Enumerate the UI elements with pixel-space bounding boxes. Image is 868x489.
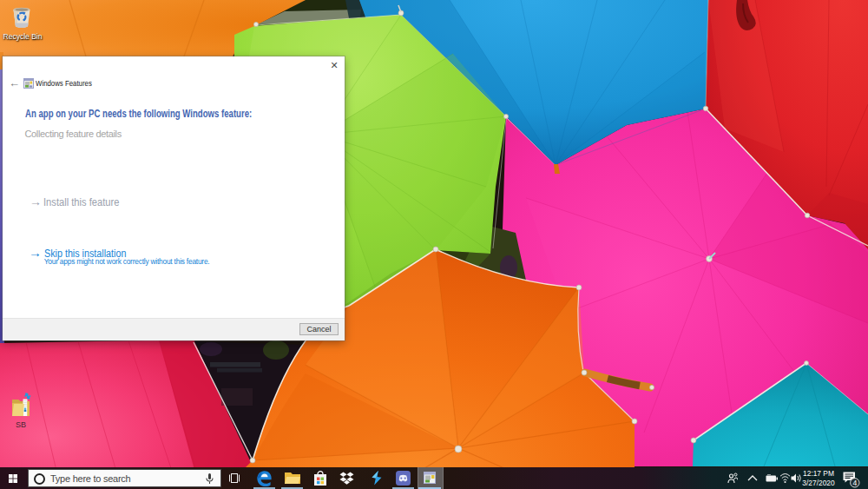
svg-text:4: 4 [852,479,857,487]
